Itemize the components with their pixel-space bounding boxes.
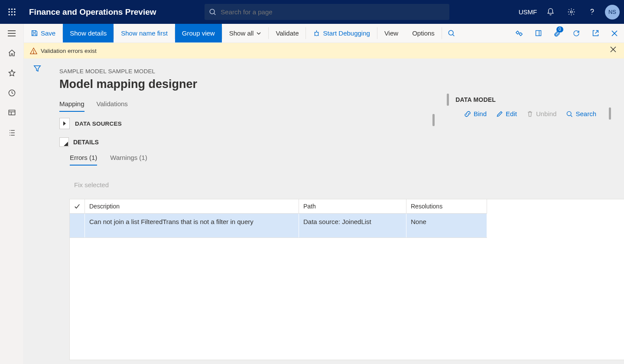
svg-point-4	[11, 11, 13, 13]
options-menu[interactable]: Options	[405, 24, 442, 42]
show-name-first-button[interactable]: Show name first	[114, 24, 175, 42]
settings-icon[interactable]	[561, 0, 582, 24]
datamodel-search-button[interactable]: Search	[566, 110, 596, 117]
page-title: Model mapping designer	[59, 78, 197, 91]
trash-icon	[526, 110, 533, 117]
table-header-row: Description Path Resolutions	[70, 199, 487, 214]
collapse-details-icon[interactable]	[59, 137, 69, 147]
app-title: Finance and Operations Preview	[29, 7, 156, 17]
svg-point-12	[592, 14, 592, 15]
svg-point-5	[14, 11, 15, 13]
attachments-count: 0	[556, 26, 563, 32]
notifications-icon[interactable]	[540, 0, 561, 24]
svg-point-27	[449, 30, 454, 35]
cell-resolutions: None	[406, 214, 487, 238]
start-debugging-button[interactable]: Start Debugging	[306, 24, 377, 42]
pane-icon[interactable]	[529, 24, 548, 42]
svg-point-8	[14, 14, 15, 15]
company-selector[interactable]: USMF	[517, 0, 538, 24]
splitter-handle-top[interactable]	[447, 94, 449, 106]
workspaces-icon[interactable]	[0, 103, 24, 123]
chevron-down-icon	[256, 31, 261, 36]
svg-point-0	[8, 8, 10, 10]
group-view-button[interactable]: Group view	[175, 24, 222, 42]
tab-errors[interactable]: Errors (1)	[70, 154, 97, 166]
search-toolbar-icon[interactable]	[442, 24, 461, 42]
svg-point-9	[210, 9, 214, 14]
svg-point-11	[570, 11, 572, 13]
main-tabs: Mapping Validations	[59, 100, 128, 112]
show-details-button[interactable]: Show details	[63, 24, 114, 42]
tab-mapping[interactable]: Mapping	[59, 100, 84, 112]
svg-point-3	[8, 11, 10, 13]
save-button[interactable]: Save	[24, 24, 62, 42]
search-icon	[566, 110, 573, 117]
global-search[interactable]	[205, 4, 449, 20]
col-resolutions[interactable]: Resolutions	[406, 199, 487, 214]
view-menu[interactable]: View	[377, 24, 405, 42]
attachments-icon[interactable]: 0	[548, 24, 567, 42]
search-input[interactable]	[221, 8, 449, 16]
svg-point-6	[8, 14, 10, 15]
content-area: SAMPLE MODEL SAMPLE MODEL Model mapping …	[24, 58, 624, 364]
action-toolbar: Save Show details Show name first Group …	[24, 24, 624, 43]
edit-button[interactable]: Edit	[496, 110, 517, 117]
details-label: DETAILS	[73, 139, 99, 146]
start-debugging-label: Start Debugging	[323, 29, 370, 37]
help-icon[interactable]	[582, 0, 602, 24]
select-all-checkbox[interactable]	[70, 199, 85, 214]
validate-button[interactable]: Validate	[269, 24, 306, 42]
svg-point-7	[11, 14, 13, 15]
user-avatar[interactable]: NS	[605, 5, 620, 20]
cell-description: Can not join a list FilteredTrans that i…	[85, 214, 299, 238]
recent-icon[interactable]	[0, 83, 24, 103]
table-row[interactable]: Can not join a list FilteredTrans that i…	[70, 214, 487, 238]
row-checkbox[interactable]	[70, 214, 85, 238]
nav-toggle-icon[interactable]	[0, 24, 24, 43]
svg-point-2	[14, 8, 15, 10]
svg-rect-29	[536, 31, 541, 36]
svg-line-38	[571, 115, 572, 117]
filter-icon[interactable]	[33, 65, 41, 72]
splitter-handle-right[interactable]	[609, 107, 611, 120]
splitter-handle-left[interactable]	[432, 114, 435, 126]
show-all-button[interactable]: Show all	[222, 24, 269, 42]
close-warning-icon[interactable]	[610, 46, 620, 52]
top-nav: Finance and Operations Preview USMF NS	[0, 0, 624, 24]
refresh-icon[interactable]	[567, 24, 586, 42]
breadcrumb: SAMPLE MODEL SAMPLE MODEL	[59, 68, 155, 75]
svg-line-10	[214, 13, 215, 15]
cell-path: Data source: JoinedList	[299, 214, 406, 238]
debug-icon	[313, 29, 320, 37]
home-icon[interactable]	[0, 43, 24, 63]
svg-point-37	[567, 111, 572, 116]
fix-selected-button[interactable]: Fix selected	[74, 181, 109, 188]
col-path[interactable]: Path	[299, 199, 406, 214]
app-launcher-icon[interactable]	[0, 0, 24, 24]
save-label: Save	[41, 29, 55, 37]
modules-icon[interactable]	[0, 123, 24, 143]
pencil-icon	[496, 110, 503, 117]
col-description[interactable]: Description	[85, 199, 299, 214]
data-model-toolbar: Bind Edit Unbind Search	[464, 110, 596, 117]
search-icon	[205, 8, 221, 16]
close-toolbar-icon[interactable]	[605, 24, 624, 42]
errors-table: Description Path Resolutions Can not joi…	[69, 199, 624, 360]
warning-text: Validation errors exist	[41, 48, 97, 54]
link-icon	[464, 110, 471, 117]
tab-warnings[interactable]: Warnings (1)	[110, 154, 147, 166]
svg-point-34	[33, 52, 34, 53]
svg-line-28	[453, 35, 454, 36]
data-sources-label: DATA SOURCES	[75, 120, 122, 127]
details-tabs: Errors (1) Warnings (1)	[70, 154, 147, 166]
details-section: DETAILS	[59, 137, 99, 147]
expand-data-sources-icon[interactable]	[59, 118, 70, 129]
warning-triangle-icon	[30, 47, 37, 55]
svg-point-1	[11, 8, 13, 10]
dual-diamond-icon[interactable]	[510, 24, 529, 42]
data-sources-section: DATA SOURCES	[59, 118, 122, 129]
popout-icon[interactable]	[586, 24, 605, 42]
tab-validations[interactable]: Validations	[97, 100, 128, 112]
bind-button[interactable]: Bind	[464, 110, 487, 117]
favorites-icon[interactable]	[0, 63, 24, 83]
